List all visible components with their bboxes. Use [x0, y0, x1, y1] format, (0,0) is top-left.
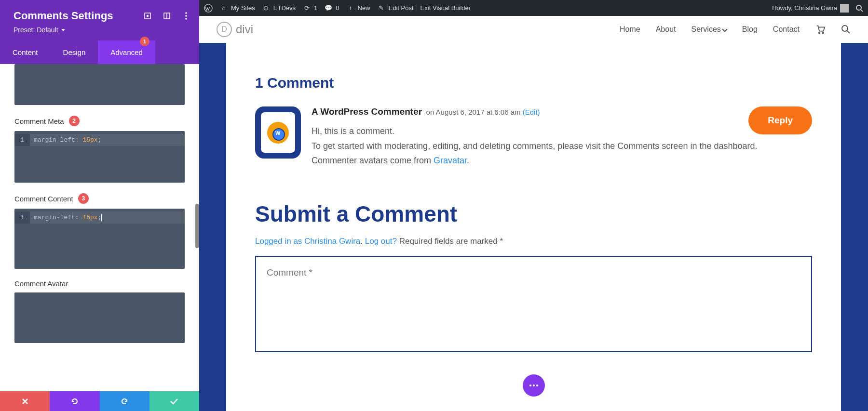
more-icon[interactable]	[182, 12, 190, 20]
submit-title: Submit a Comment	[255, 201, 812, 227]
site-header: D divi Home About Services Blog Contact	[199, 16, 868, 43]
dashboard-icon: ⊙	[262, 4, 271, 13]
chevron-down-icon	[722, 27, 727, 32]
comments-count[interactable]: 💬0	[324, 4, 339, 13]
nav-blog[interactable]: Blog	[742, 25, 758, 34]
comment-item: W A WordPress Commenter on August 6, 201…	[255, 106, 812, 168]
nav-home[interactable]: Home	[620, 25, 640, 34]
exit-visual-builder[interactable]: Exit Visual Builder	[420, 4, 471, 12]
wp-logo-icon[interactable]	[204, 4, 213, 13]
caret-down-icon	[61, 29, 65, 31]
logo-icon: D	[217, 22, 232, 37]
tab-content[interactable]: Content	[0, 40, 51, 64]
settings-panel: Comments Settings Preset: Default Conten…	[0, 0, 199, 411]
preset-selector[interactable]: Preset: Default	[14, 26, 186, 34]
nav-services[interactable]: Services	[691, 25, 726, 34]
responsive-icon[interactable]	[163, 12, 171, 20]
cart-icon[interactable]	[815, 24, 826, 35]
logged-in-link[interactable]: Logged in as Christina Gwira	[255, 237, 360, 246]
tab-design[interactable]: Design	[51, 40, 98, 64]
logout-link[interactable]: Log out?	[365, 237, 397, 246]
search-icon[interactable]	[855, 4, 863, 12]
comment-textarea[interactable]	[255, 256, 812, 352]
cancel-button[interactable]	[0, 391, 50, 411]
nav-about[interactable]: About	[656, 25, 676, 34]
panel-footer	[0, 391, 199, 411]
sites-icon: ⌂	[219, 4, 228, 13]
main-nav: Home About Services Blog Contact	[620, 24, 851, 35]
submit-meta: Logged in as Christina Gwira. Log out? R…	[255, 237, 812, 246]
svg-point-1	[147, 15, 149, 17]
user-avatar-icon	[840, 4, 849, 13]
svg-point-6	[185, 18, 187, 20]
reply-button[interactable]: Reply	[748, 106, 812, 134]
svg-point-13	[822, 32, 824, 34]
code-content-box[interactable]: 1 margin-left: 15px;	[14, 209, 185, 269]
page-content: 1 Comment W A WordPress Commenter	[226, 43, 841, 411]
new-content[interactable]: +New	[346, 4, 370, 13]
svg-point-4	[185, 12, 187, 14]
code-meta[interactable]: 1 margin-left: 15px;	[14, 131, 185, 183]
my-sites[interactable]: ⌂My Sites	[219, 4, 255, 13]
marker-2: 2	[69, 116, 80, 126]
save-button[interactable]	[149, 391, 199, 411]
site-etdevs[interactable]: ⊙ETDevs	[262, 4, 296, 13]
redo-button[interactable]	[100, 391, 149, 411]
expand-icon[interactable]	[143, 12, 152, 20]
undo-button[interactable]	[50, 391, 99, 411]
code-box-prev[interactable]	[14, 64, 185, 105]
main-area: ⌂My Sites ⊙ETDevs ⟳1 💬0 +New ✎Edit Post …	[199, 0, 868, 411]
code-avatar[interactable]	[14, 292, 185, 343]
tab-badge: 1	[140, 37, 149, 46]
plus-icon: +	[346, 4, 355, 13]
comment-author[interactable]: A WordPress Commenter	[312, 106, 422, 117]
svg-point-5	[185, 15, 187, 17]
fab-button[interactable]	[523, 374, 545, 397]
pencil-icon: ✎	[377, 4, 386, 13]
comment-text: Hi, this is a comment. To get started wi…	[312, 124, 812, 168]
panel-tabs: Content Design Advanced 1	[0, 40, 199, 64]
refresh-icon: ⟳	[302, 4, 311, 13]
howdy-user[interactable]: Howdy, Christina Gwira	[772, 4, 849, 13]
svg-point-12	[819, 32, 820, 34]
comments-title: 1 Comment	[255, 75, 812, 91]
comment-meta: on August 6, 2017 at 6:06 am (Edit)	[426, 108, 540, 116]
marker-3: 3	[78, 193, 89, 204]
svg-line-15	[847, 31, 850, 33]
nav-search-icon[interactable]	[841, 25, 851, 34]
tab-advanced[interactable]: Advanced 1	[98, 40, 155, 64]
panel-header: Comments Settings Preset: Default	[0, 0, 199, 40]
field-comment-avatar: Comment Avatar	[14, 279, 185, 288]
scrollbar[interactable]	[195, 204, 199, 248]
svg-line-11	[861, 10, 863, 12]
nav-contact[interactable]: Contact	[773, 25, 800, 34]
svg-point-14	[842, 26, 848, 31]
edit-post[interactable]: ✎Edit Post	[377, 4, 414, 13]
wapuu-icon: W	[265, 119, 291, 146]
comment-avatar: W	[255, 106, 301, 159]
content-wrap: 1 Comment W A WordPress Commenter	[199, 43, 868, 411]
gravatar-link[interactable]: Gravatar	[434, 156, 467, 165]
wp-admin-bar: ⌂My Sites ⊙ETDevs ⟳1 💬0 +New ✎Edit Post …	[199, 0, 868, 16]
field-comment-content: Comment Content 3	[14, 193, 185, 204]
comment-edit-link[interactable]: (Edit)	[523, 108, 540, 116]
svg-point-10	[856, 5, 861, 10]
comment-icon: 💬	[324, 4, 333, 13]
panel-body: Comment Meta 2 1 margin-left: 15px; Comm…	[0, 64, 199, 391]
site-logo[interactable]: D divi	[217, 22, 253, 37]
dots-icon	[529, 384, 538, 386]
field-comment-meta: Comment Meta 2	[14, 116, 185, 126]
updates[interactable]: ⟳1	[302, 4, 317, 13]
